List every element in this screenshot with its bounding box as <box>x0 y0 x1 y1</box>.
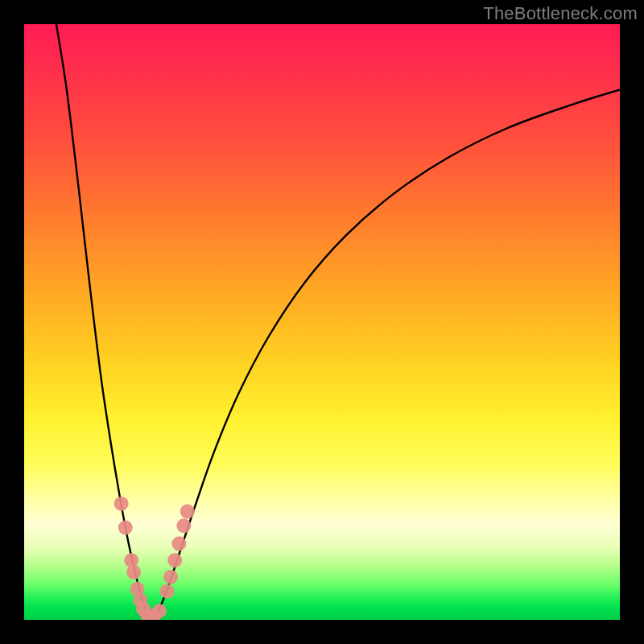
marker-point-13 <box>171 536 186 551</box>
watermark-label: TheBottleneck.com <box>483 3 638 24</box>
marker-point-9 <box>152 604 167 618</box>
left-branch-path <box>56 24 149 617</box>
marker-point-14 <box>176 518 191 533</box>
marker-group <box>114 497 195 620</box>
marker-point-1 <box>118 520 133 535</box>
marker-point-10 <box>160 584 175 598</box>
marker-point-11 <box>163 570 178 584</box>
chart-svg <box>24 24 620 620</box>
right-branch-path <box>155 89 620 617</box>
series-left-branch <box>56 24 149 617</box>
marker-point-12 <box>167 553 182 568</box>
marker-point-2 <box>124 553 138 568</box>
marker-point-15 <box>180 504 195 518</box>
series-right-branch <box>155 89 620 617</box>
plot-area <box>24 24 620 620</box>
marker-point-3 <box>126 565 141 580</box>
chart-stage: TheBottleneck.com <box>0 0 644 644</box>
marker-point-0 <box>114 497 129 511</box>
